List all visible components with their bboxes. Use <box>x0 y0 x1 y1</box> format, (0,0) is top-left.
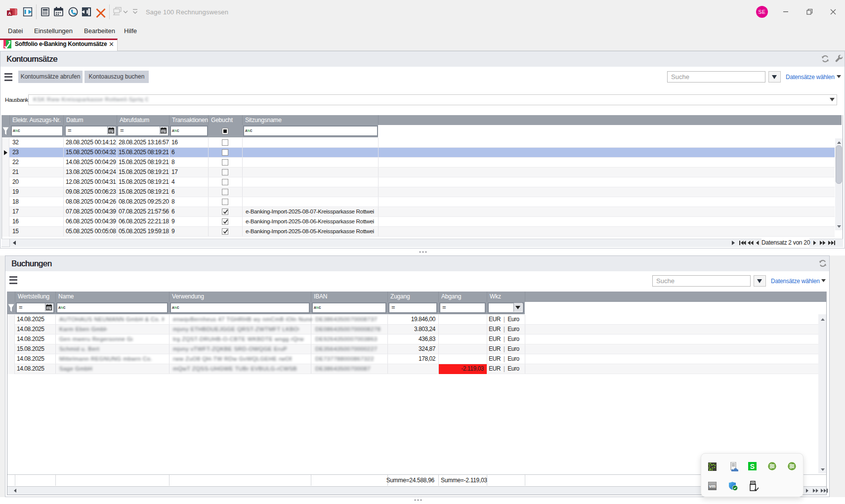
svg-text:S: S <box>750 462 755 470</box>
svg-text:vm: vm <box>709 484 716 489</box>
svg-text:A: A <box>8 11 11 16</box>
